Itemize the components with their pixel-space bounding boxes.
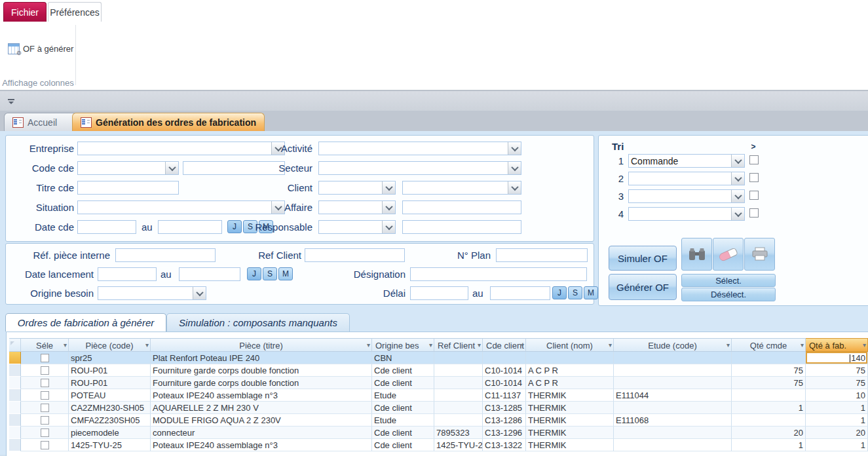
row-select-cell[interactable]	[21, 427, 69, 439]
cell-piece-code[interactable]: CA2ZMH230-SH05	[69, 402, 151, 414]
cell-origine[interactable]: CBN	[372, 352, 434, 364]
cell-ref-client[interactable]	[434, 377, 483, 389]
cell-cde-client[interactable]: C11-1137	[483, 389, 526, 402]
affaire-text-field[interactable]	[402, 200, 521, 214]
tri-1-checkbox[interactable]	[749, 155, 759, 164]
row-checkbox[interactable]	[41, 391, 49, 400]
header-piece-titre[interactable]: Pièce (titre)▾	[151, 338, 372, 352]
semaine-button[interactable]: S	[568, 286, 582, 299]
row-select-cell[interactable]	[21, 414, 69, 427]
cell-piece-titre[interactable]: Poteaux IPE240 assemblage n°3	[151, 439, 372, 451]
filter-dropdown-icon[interactable]: ▾	[145, 341, 149, 349]
cell-cde-client[interactable]: C10-1014	[483, 377, 526, 389]
cell-qte-cmde[interactable]	[732, 414, 806, 427]
cell-client-nom[interactable]: A C P R	[526, 364, 614, 377]
cell-cde-client[interactable]: C10-1014	[483, 364, 526, 377]
cell-piece-titre[interactable]: Fourniture garde corps double fonction	[151, 364, 372, 377]
header-cde-client[interactable]: Cde client▾	[483, 338, 526, 352]
row-selector[interactable]	[9, 414, 21, 427]
cell-origine[interactable]: Cde client	[372, 377, 434, 389]
header-qte-cmde[interactable]: Qté cmde▾	[732, 338, 806, 352]
cell-qte-fab[interactable]: 75	[806, 364, 868, 377]
tri-3-checkbox[interactable]	[749, 191, 759, 200]
deselect-all-button[interactable]: Désélect.	[681, 288, 776, 301]
cell-cde-client[interactable]: C13-1322	[483, 439, 526, 451]
row-selector[interactable]	[9, 402, 21, 414]
cell-client-nom[interactable]: A C P R	[526, 377, 614, 389]
cell-qte-fab[interactable]: 1	[806, 414, 868, 427]
cell-etude-code[interactable]	[614, 402, 732, 414]
cell-cde-client[interactable]: C13-1296	[483, 427, 526, 439]
header-selection[interactable]: Séle▾	[21, 338, 69, 352]
titre-cde-field[interactable]	[77, 181, 179, 195]
cell-client-nom[interactable]: THERMIK	[526, 402, 614, 414]
cell-origine[interactable]: Etude	[372, 414, 434, 427]
cell-origine[interactable]: Etude	[372, 389, 434, 402]
of-a-generer-button[interactable]: ⚙ OF à générer	[4, 41, 77, 56]
cell-client-nom[interactable]: THERMIK	[526, 427, 614, 439]
cell-piece-code[interactable]: spr25	[69, 352, 151, 364]
jour-button[interactable]: J	[552, 286, 567, 299]
generer-of-button[interactable]: Générer OF	[609, 274, 677, 300]
cell-ref-client[interactable]	[434, 352, 483, 364]
cell-piece-titre[interactable]: MODULE FRIGO AQUA 2 Z 230V	[151, 414, 372, 427]
cell-qte-fab[interactable]: 75	[806, 377, 868, 389]
row-checkbox[interactable]	[41, 404, 49, 412]
cell-etude-code[interactable]	[614, 377, 732, 389]
cell-piece-code[interactable]: 1425-TYU-25	[69, 439, 151, 451]
filter-dropdown-icon[interactable]: ▾	[726, 341, 730, 349]
responsable-combobox[interactable]	[318, 220, 396, 234]
n-plan-field[interactable]	[496, 248, 588, 262]
row-checkbox[interactable]	[41, 416, 49, 425]
cell-piece-code[interactable]: ROU-P01	[69, 377, 151, 389]
cell-piece-titre[interactable]: connecteur	[151, 427, 372, 439]
cell-qte-cmde[interactable]: 20	[732, 427, 806, 439]
simuler-of-button[interactable]: Simuler OF	[609, 246, 677, 271]
cell-ref-client[interactable]	[434, 389, 483, 402]
filter-dropdown-icon[interactable]: ▾	[609, 341, 612, 349]
client-code-combobox[interactable]	[318, 181, 396, 195]
tri-1-combobox[interactable]: Commande	[628, 154, 745, 168]
clear-eraser-button[interactable]	[713, 238, 744, 271]
print-button[interactable]	[744, 238, 775, 271]
tab-generation-of[interactable]: Génération des ordres de fabrication	[72, 113, 265, 132]
cell-ref-client[interactable]: 7895323	[434, 427, 483, 439]
affaire-combobox[interactable]	[318, 200, 396, 214]
collapse-ribbon-icon[interactable]	[8, 99, 14, 104]
filter-dropdown-icon[interactable]: ▾	[521, 341, 524, 349]
cell-cde-client[interactable]: C13-1286	[483, 414, 526, 427]
filter-dropdown-icon[interactable]: ▾	[801, 341, 804, 349]
row-checkbox[interactable]	[41, 366, 49, 375]
row-selector[interactable]	[9, 364, 21, 377]
row-selector[interactable]	[9, 439, 21, 451]
date-lancement-to-field[interactable]	[179, 267, 240, 281]
cell-piece-titre[interactable]: Poteaux IPE240 assemblage n°3	[151, 389, 372, 402]
mois-button[interactable]: M	[278, 267, 293, 280]
header-client-nom[interactable]: Client (nom)▾	[526, 338, 614, 352]
tri-4-checkbox[interactable]	[749, 208, 759, 218]
cell-etude-code[interactable]: E111044	[614, 389, 732, 402]
search-binoculars-button[interactable]	[681, 238, 712, 271]
cell-etude-code[interactable]	[614, 427, 732, 439]
tri-2-checkbox[interactable]	[749, 173, 759, 182]
cell-qte-cmde[interactable]: 75	[732, 364, 806, 377]
cell-ref-client[interactable]	[434, 414, 483, 427]
row-select-cell[interactable]	[21, 402, 69, 414]
cell-ref-client[interactable]: 1425-TYU-25	[434, 439, 483, 451]
cell-piece-titre[interactable]: AQUARELLE 2 Z MH 230 V	[151, 402, 372, 414]
ribbon-tab-preferences[interactable]: Préférences	[48, 2, 102, 22]
cell-cde-client[interactable]: C13-1285	[483, 402, 526, 414]
cell-client-nom[interactable]: THERMIK	[526, 439, 614, 451]
row-selector[interactable]	[9, 352, 21, 364]
cell-origine[interactable]: Cde client	[372, 427, 434, 439]
row-selector[interactable]	[9, 427, 21, 439]
header-origine-besoin[interactable]: Origine bes▾	[372, 338, 434, 352]
cell-etude-code[interactable]: E111068	[614, 414, 732, 427]
filter-dropdown-icon[interactable]: ▾	[64, 341, 67, 349]
origine-besoin-combobox[interactable]	[98, 286, 206, 300]
cell-etude-code[interactable]	[614, 439, 732, 451]
tri-3-combobox[interactable]	[628, 189, 745, 203]
row-checkbox[interactable]	[41, 354, 49, 362]
designation-field[interactable]	[410, 267, 587, 281]
secteur-combobox[interactable]	[318, 161, 521, 175]
